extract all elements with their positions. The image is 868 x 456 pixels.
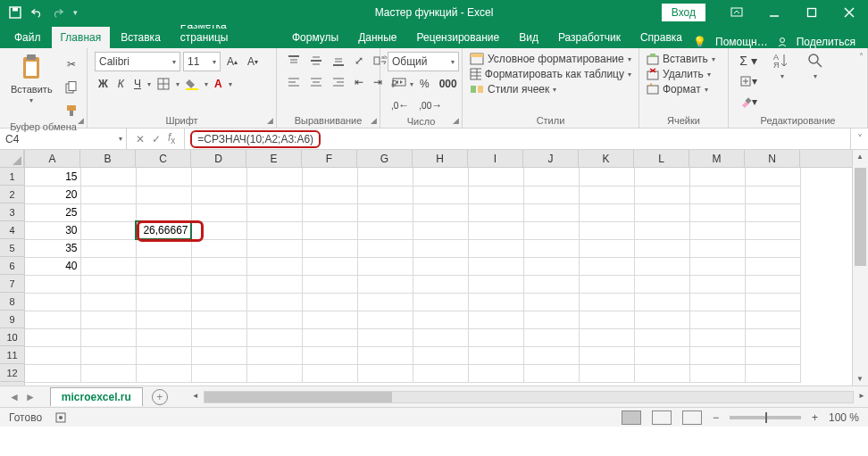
cell-F9[interactable] <box>302 311 357 328</box>
cell-N9[interactable] <box>745 311 800 328</box>
cell-E5[interactable] <box>246 239 302 257</box>
cell-C12[interactable] <box>136 364 191 382</box>
format-as-table-button[interactable]: Форматировать как таблицу▾ <box>470 67 631 81</box>
cell-A7[interactable] <box>25 275 80 293</box>
cell-E1[interactable] <box>246 168 302 186</box>
cell-E2[interactable] <box>246 186 302 203</box>
italic-button[interactable]: К <box>114 75 128 93</box>
cell-J11[interactable] <box>523 346 579 364</box>
view-pagebreak-icon[interactable] <box>682 410 702 425</box>
cell-F10[interactable] <box>302 328 357 346</box>
cell-B3[interactable] <box>80 203 136 221</box>
font-color-icon[interactable]: A <box>211 75 226 93</box>
cell-G8[interactable] <box>357 293 413 311</box>
cell-L7[interactable] <box>634 275 689 293</box>
minimize-icon[interactable] <box>755 0 793 25</box>
cell-G1[interactable] <box>357 168 413 186</box>
cell-M12[interactable] <box>689 364 745 382</box>
cell-D5[interactable] <box>191 239 246 257</box>
cell-K2[interactable] <box>579 186 634 203</box>
cell-I10[interactable] <box>468 328 523 346</box>
col-header[interactable]: H <box>413 150 468 167</box>
ribbon-options-icon[interactable] <box>718 0 755 25</box>
tab-developer[interactable]: Разработчик <box>549 27 630 48</box>
cell-D4[interactable] <box>191 221 246 239</box>
cell-K7[interactable] <box>579 275 634 293</box>
cell-D6[interactable] <box>191 257 246 275</box>
cell-F11[interactable] <box>302 346 357 364</box>
col-header[interactable]: N <box>745 150 800 167</box>
cell-G2[interactable] <box>357 186 413 203</box>
cell-D7[interactable] <box>191 275 246 293</box>
qat-customize-icon[interactable]: ▾ <box>73 8 78 17</box>
cell-I7[interactable] <box>468 275 523 293</box>
close-icon[interactable] <box>830 0 868 25</box>
decrease-indent-icon[interactable]: ⇤ <box>351 73 367 91</box>
cell-B1[interactable] <box>80 168 136 186</box>
cell-N11[interactable] <box>745 346 800 364</box>
cell-H1[interactable] <box>413 168 468 186</box>
tab-formulas[interactable]: Формулы <box>283 27 347 48</box>
cell-B9[interactable] <box>80 311 136 328</box>
save-icon[interactable] <box>9 6 21 19</box>
hscroll-right-icon[interactable]: ► <box>858 392 865 400</box>
fx-icon[interactable]: fx <box>168 131 175 145</box>
cell-K4[interactable] <box>579 221 634 239</box>
cell-J12[interactable] <box>523 364 579 382</box>
cell-F4[interactable] <box>302 221 357 239</box>
clear-icon[interactable]: ▾ <box>736 93 761 111</box>
cell-I6[interactable] <box>468 257 523 275</box>
cell-I9[interactable] <box>468 311 523 328</box>
share-icon[interactable] <box>777 37 788 47</box>
cell-A12[interactable] <box>25 364 80 382</box>
cell-J5[interactable] <box>523 239 579 257</box>
cell-K6[interactable] <box>579 257 634 275</box>
cell-B6[interactable] <box>80 257 136 275</box>
cell-L2[interactable] <box>634 186 689 203</box>
col-header[interactable]: D <box>191 150 246 167</box>
cell-F3[interactable] <box>302 203 357 221</box>
zoom-in-icon[interactable]: + <box>812 411 818 424</box>
row-header[interactable]: 5 <box>0 239 24 257</box>
cell-E11[interactable] <box>246 346 302 364</box>
align-left-icon[interactable] <box>284 73 304 91</box>
cut-icon[interactable]: ✂ <box>62 55 81 73</box>
share-label[interactable]: Поделиться <box>797 36 855 48</box>
spreadsheet-grid[interactable]: 123456789101112 ABCDEFGHIJKLMN 152025302… <box>0 150 868 386</box>
cell-L5[interactable] <box>634 239 689 257</box>
cell-L6[interactable] <box>634 257 689 275</box>
row-header[interactable]: 6 <box>0 257 24 275</box>
cell-I8[interactable] <box>468 293 523 311</box>
cell-M1[interactable] <box>689 168 745 186</box>
align-top-icon[interactable] <box>284 52 304 70</box>
cell-H11[interactable] <box>413 346 468 364</box>
cell-M10[interactable] <box>689 328 745 346</box>
cell-I12[interactable] <box>468 364 523 382</box>
row-header[interactable]: 12 <box>0 364 24 382</box>
cell-F1[interactable] <box>302 168 357 186</box>
font-name-combo[interactable]: Calibri▾ <box>95 52 180 71</box>
scroll-thumb[interactable] <box>855 168 866 266</box>
cell-E10[interactable] <box>246 328 302 346</box>
cell-F7[interactable] <box>302 275 357 293</box>
cell-M9[interactable] <box>689 311 745 328</box>
cell-B7[interactable] <box>80 275 136 293</box>
cell-D2[interactable] <box>191 186 246 203</box>
align-right-icon[interactable] <box>329 73 348 91</box>
cell-L12[interactable] <box>634 364 689 382</box>
cell-C10[interactable] <box>136 328 191 346</box>
cell-E3[interactable] <box>246 203 302 221</box>
cell-M2[interactable] <box>689 186 745 203</box>
fill-color-icon[interactable] <box>182 75 202 93</box>
number-launcher-icon[interactable]: ◢ <box>453 116 459 125</box>
cell-styles-button[interactable]: Стили ячеек▾ <box>470 82 631 96</box>
col-header[interactable]: M <box>689 150 745 167</box>
col-header[interactable]: F <box>302 150 357 167</box>
cell-A6[interactable]: 40 <box>25 257 80 275</box>
hscroll-left-icon[interactable]: ◄ <box>192 392 199 400</box>
row-header[interactable]: 9 <box>0 311 24 328</box>
row-header[interactable]: 3 <box>0 203 24 221</box>
cell-G6[interactable] <box>357 257 413 275</box>
cell-D9[interactable] <box>191 311 246 328</box>
col-header[interactable]: J <box>523 150 579 167</box>
